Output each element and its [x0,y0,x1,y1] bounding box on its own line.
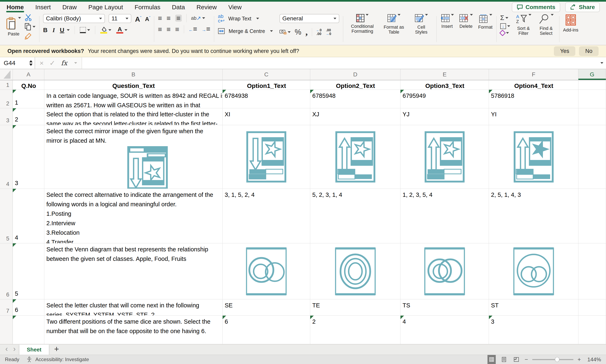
format-painter-icon[interactable] [25,33,32,39]
fill-down-button[interactable]: ↓ [500,23,510,29]
option4-cell-row8[interactable]: 3 [489,316,578,344]
option4-cell-row5[interactable]: 2, 5, 1, 4, 3 [489,189,578,243]
increase-font-size-button[interactable]: Aˆ [135,15,141,22]
empty-cell[interactable] [578,316,606,344]
cancel-icon[interactable]: × [40,59,44,67]
fill-color-button[interactable] [100,27,111,34]
qno-cell-row5[interactable]: 4 [13,189,44,243]
field-header-option3_text[interactable]: Option3_Text [400,80,489,90]
recovery-no-button[interactable]: No [579,46,599,56]
clear-button[interactable] [500,31,510,35]
option1-cell-row4[interactable] [223,125,310,189]
question-cell-row3[interactable]: Select the option that is related to the… [44,108,223,125]
option2-cell-row2[interactable]: 6785948 [310,90,400,108]
menu-tab-page-layout[interactable]: Page Layout [88,2,123,13]
accessibility-status[interactable]: Accessibility: Investigate [35,357,89,362]
row-header-1[interactable]: 1 [0,80,13,90]
align-left-button[interactable]: ≡ [158,26,162,32]
question-cell-row2[interactable]: In a certain code language, SOUR is writ… [44,90,223,108]
option3-cell-row6[interactable] [400,243,489,299]
question-cell-row7[interactable]: Select the letter cluster that will come… [44,299,223,316]
insert-function-icon[interactable]: fx [61,59,67,67]
paste-dropdown-chevron[interactable] [18,17,21,19]
option1-cell-row2[interactable]: 6784938 [223,90,310,108]
option1-cell-row8[interactable]: 6 [223,316,310,344]
option3-cell-row3[interactable]: YJ [400,108,489,125]
column-header-d[interactable]: D [310,69,400,80]
option2-cell-row6[interactable] [310,243,400,299]
question-cell-row6[interactable]: Select the Venn diagram that best repres… [44,243,223,299]
align-center-button[interactable]: ≡ [166,26,171,32]
merge-centre-button[interactable]: Merge & Centre [218,28,273,34]
option1-cell-row3[interactable]: XI [223,108,310,125]
row-header-5[interactable]: 5 [0,189,13,243]
zoom-out-button[interactable]: − [524,356,528,363]
font-color-chevron[interactable] [124,29,127,31]
menu-tab-home[interactable]: Home [6,2,24,13]
fx-chevron[interactable] [74,62,77,64]
align-bottom-button[interactable]: ≡ [175,15,182,22]
copy-button[interactable] [25,23,35,30]
sheet-tab-active[interactable]: Sheet [19,344,49,355]
zoom-in-button[interactable]: + [578,356,581,363]
font-size-select[interactable]: 11 [109,14,131,23]
format-cells-button[interactable]: Format [478,14,493,30]
number-format-select[interactable]: General [279,14,339,23]
align-right-button[interactable]: ≡ [175,26,179,32]
select-all-corner[interactable] [0,69,13,80]
qno-cell-row2[interactable]: 1 [13,90,44,108]
enter-icon[interactable]: ✓ [49,59,55,67]
underline-chevron[interactable] [67,29,70,31]
column-header-b[interactable]: B [44,69,223,80]
option4-cell-row7[interactable]: ST [489,299,578,316]
cut-scissors-icon[interactable] [25,14,32,21]
paste-button[interactable]: Paste [6,17,21,37]
decrease-indent-button[interactable]: ←≡ [189,26,197,33]
text-orientation-button[interactable]: ab↗ [191,15,205,21]
row-header-8[interactable]: 8 [0,316,13,344]
orientation-chevron[interactable] [202,17,205,19]
align-middle-button[interactable]: ≡ [166,15,171,21]
find-select-button[interactable]: Find & Select [537,14,555,36]
field-header-option4_text[interactable]: Option4_Text [489,80,578,90]
borders-button[interactable] [80,27,90,33]
insert-cells-button[interactable]: Insert [440,14,454,29]
sort-filter-button[interactable]: AZ Sort & Filter [514,14,533,36]
copy-dropdown-chevron[interactable] [33,26,35,27]
zoom-slider[interactable] [532,359,573,360]
menu-tab-formulas[interactable]: Formulas [134,2,161,13]
question-cell-row4[interactable]: Select the correct mirror image of the g… [44,125,223,189]
bold-button[interactable]: B [43,27,48,33]
formula-bar-expand-chevron[interactable] [596,57,606,69]
next-sheet-arrow[interactable]: › [13,345,16,353]
empty-cell[interactable] [578,80,606,90]
menu-tab-view[interactable]: View [228,2,242,13]
option4-cell-row3[interactable]: YI [489,108,578,125]
option3-cell-row5[interactable]: 1, 2, 3, 5, 4 [400,189,489,243]
option4-cell-row2[interactable]: 5786918 [489,90,578,108]
currency-chevron[interactable] [288,31,291,33]
align-top-button[interactable]: ≡ [158,15,162,21]
option2-cell-row4[interactable] [310,125,400,189]
format-as-table-button[interactable]: Format as Table [382,14,406,35]
page-layout-view-button[interactable] [500,355,508,364]
empty-cell[interactable] [578,189,606,243]
empty-cell[interactable] [578,243,606,299]
question-cell-row5[interactable]: Select the correct alternative to indica… [44,189,223,243]
italic-button[interactable]: I [53,27,55,33]
menu-tab-data[interactable]: Data [171,2,185,13]
option1-cell-row5[interactable]: 3, 1, 5, 2, 4 [223,189,310,243]
recovery-yes-button[interactable]: Yes [554,46,575,56]
underline-button[interactable]: U [60,27,64,33]
row-header-3[interactable]: 3 [0,108,13,125]
wrap-text-button[interactable]: abc↩ Wrap Text [218,14,273,23]
option3-cell-row7[interactable]: TS [400,299,489,316]
decrease-decimal-button[interactable]: .00→0 [326,28,331,36]
prev-sheet-arrow[interactable]: ‹ [5,345,8,353]
column-header-a[interactable]: A [13,69,44,80]
qno-cell-row7[interactable]: 6 [13,299,44,316]
option1-cell-row7[interactable]: SE [223,299,310,316]
font-color-button[interactable]: A [116,27,127,34]
comments-button[interactable]: Comments [512,2,560,12]
option3-cell-row2[interactable]: 6795949 [400,90,489,108]
